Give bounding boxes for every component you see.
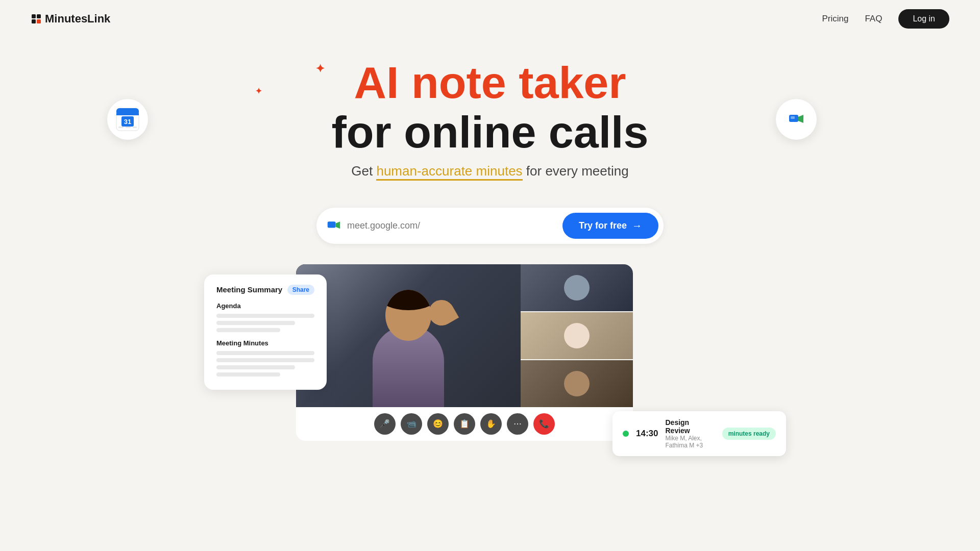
person-head	[385, 290, 431, 341]
svg-rect-10	[126, 127, 131, 128]
summary-card-title: Meeting Summary	[216, 285, 282, 294]
svg-marker-16	[336, 221, 340, 229]
svg-rect-6	[116, 113, 139, 115]
main-video-bg	[296, 264, 521, 407]
arrow-icon: →	[632, 220, 642, 232]
svg-rect-0	[32, 14, 36, 18]
end-call-button[interactable]: 📞	[533, 413, 555, 435]
hero-subtitle: Get human-accurate minutes for every mee…	[0, 163, 980, 179]
person-silhouette	[362, 285, 454, 407]
svg-rect-9	[118, 127, 124, 128]
search-input[interactable]	[347, 220, 556, 231]
login-button[interactable]: Log in	[898, 9, 949, 29]
emoji-button[interactable]: 😊	[427, 413, 449, 435]
meet-input-icon	[327, 218, 341, 233]
more-button[interactable]: ⋯	[507, 413, 528, 435]
summary-card-header: Meeting Summary Share	[216, 285, 314, 295]
svg-rect-14	[791, 116, 795, 119]
subtitle-pre: Get	[351, 163, 376, 179]
svg-rect-11	[133, 127, 137, 128]
search-bar-section: Try for free →	[0, 208, 980, 244]
pricing-link[interactable]: Pricing	[822, 14, 848, 24]
notif-time: 14:30	[636, 429, 658, 439]
nav-links: Pricing FAQ Log in	[822, 9, 949, 29]
minutes-label: Meeting Minutes	[216, 339, 314, 347]
controls-bar: 🎤 📹 😊 📋 ✋ ⋯ 📞	[296, 407, 633, 441]
agenda-label: Agenda	[216, 302, 314, 310]
video-grid	[296, 264, 633, 407]
logo[interactable]: MinutesLink	[31, 12, 110, 26]
faq-link[interactable]: FAQ	[865, 14, 882, 24]
person-avatar-2	[564, 323, 590, 348]
logo-icon	[31, 13, 42, 24]
minutes-line-2	[216, 358, 314, 362]
side-video-2	[521, 312, 633, 359]
notif-info: Design Review Mike M, Alex, Fathima M +3	[665, 418, 715, 449]
minutes-line-3	[216, 365, 295, 369]
agenda-line-1	[216, 314, 314, 318]
minutes-line-1	[216, 351, 314, 355]
svg-rect-2	[32, 19, 36, 23]
sparkle-icon-1: ✦	[315, 62, 325, 76]
svg-rect-3	[37, 19, 41, 23]
person-avatar-3	[564, 371, 590, 396]
search-bar: Try for free →	[316, 208, 664, 244]
subtitle-highlight: human-accurate minutes	[376, 163, 522, 181]
hero-title: AI note taker for online calls	[0, 58, 980, 157]
logo-text: MinutesLink	[45, 12, 110, 26]
navbar: MinutesLink Pricing FAQ Log in	[0, 0, 980, 38]
main-video	[296, 264, 521, 407]
agenda-line-3	[216, 328, 280, 332]
notif-meeting-name: Design Review	[665, 418, 715, 435]
demo-area: Meeting Summary Share Agenda Meeting Min…	[235, 264, 745, 441]
google-meet-icon	[776, 99, 817, 140]
subtitle-post: for every meeting	[523, 163, 629, 179]
side-video-2-content	[521, 312, 633, 359]
video-button[interactable]: 📹	[401, 413, 422, 435]
try-free-button[interactable]: Try for free →	[562, 213, 658, 239]
side-video-1-content	[521, 264, 633, 311]
notif-ready-badge: minutes ready	[722, 428, 776, 440]
hero-title-colored: AI note taker	[354, 57, 626, 108]
mute-button[interactable]: 🎤	[374, 413, 396, 435]
side-videos	[521, 264, 633, 407]
video-container: 🎤 📹 😊 📋 ✋ ⋯ 📞	[296, 264, 633, 441]
status-dot	[623, 431, 629, 437]
share-screen-button[interactable]: 📋	[454, 413, 475, 435]
svg-text:31: 31	[124, 118, 131, 126]
hand-button[interactable]: ✋	[480, 413, 502, 435]
minutes-line-4	[216, 372, 280, 377]
side-video-3-content	[521, 360, 633, 407]
sparkle-icon-2: ✦	[255, 86, 262, 96]
summary-card: Meeting Summary Share Agenda Meeting Min…	[204, 274, 327, 390]
hero-title-plain: for online calls	[331, 107, 648, 157]
svg-rect-15	[328, 221, 336, 228]
notif-people: Mike M, Alex, Fathima M +3	[665, 435, 715, 449]
try-free-label: Try for free	[579, 220, 627, 231]
svg-marker-13	[798, 115, 803, 123]
agenda-line-2	[216, 321, 295, 325]
side-video-1	[521, 264, 633, 311]
share-badge[interactable]: Share	[287, 285, 314, 295]
side-video-3	[521, 360, 633, 407]
hero-section: ✦ ✦ 31 AI note taker for online calls	[0, 38, 980, 189]
person-avatar-1	[564, 275, 590, 300]
notification-bar: 14:30 Design Review Mike M, Alex, Fathim…	[612, 411, 786, 456]
gmeet-svg	[788, 111, 804, 128]
svg-rect-1	[37, 14, 41, 18]
person-hair	[385, 290, 431, 310]
google-calendar-icon: 31	[107, 99, 148, 140]
gcal-svg: 31	[114, 106, 141, 133]
